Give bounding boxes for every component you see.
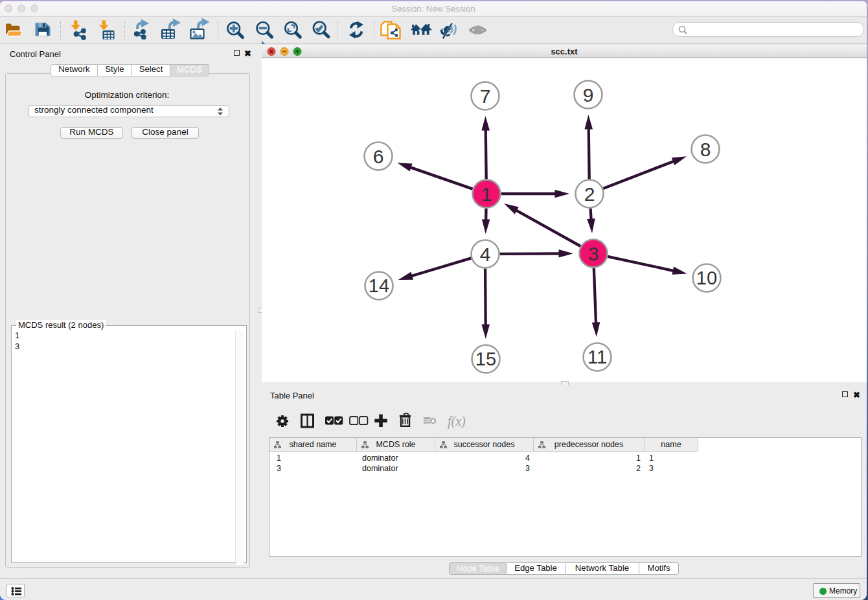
svg-text:9: 9 (583, 84, 594, 106)
svg-text:15: 15 (475, 349, 496, 369)
svg-text:14: 14 (369, 275, 389, 296)
svg-text:6: 6 (373, 146, 384, 167)
svg-text:2: 2 (584, 183, 595, 205)
svg-text:3: 3 (588, 243, 599, 264)
svg-text:10: 10 (696, 268, 717, 288)
svg-text:7: 7 (480, 86, 491, 107)
svg-text:f(x): f(x) (448, 414, 466, 429)
svg-text:8: 8 (700, 139, 711, 160)
svg-text:11: 11 (588, 347, 607, 367)
svg-text:4: 4 (480, 244, 491, 265)
svg-text:1: 1 (481, 183, 492, 205)
